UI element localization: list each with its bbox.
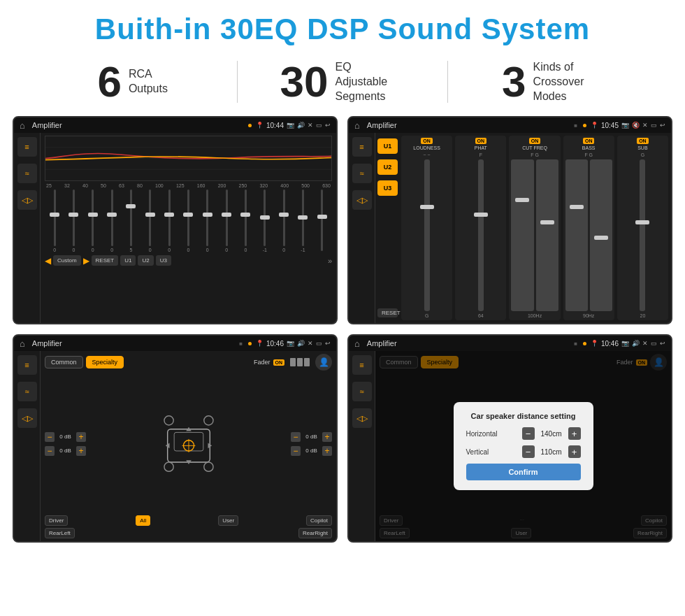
slider-col[interactable]: 0 — [65, 189, 82, 252]
home-icon[interactable]: ⌂ — [20, 120, 25, 131]
eq-sidebar-btn-2[interactable]: ≡ — [352, 137, 372, 157]
phat-slider[interactable] — [478, 159, 484, 311]
screen-ubanks: ⌂ Amplifier ■ 📍 10:45 📷 🔇 ✕ ▭ ↩ ≡ ≈ ◁▷ — [347, 116, 672, 324]
home-icon-2[interactable]: ⌂ — [354, 120, 360, 131]
eq-sidebar-btn-4[interactable]: ≡ — [352, 355, 372, 375]
slider-col[interactable]: 5 — [122, 189, 139, 252]
svg-point-16 — [203, 462, 212, 471]
sub-label: SUB — [637, 145, 647, 150]
slider-col[interactable]: -1 — [294, 189, 311, 252]
db-minus-3[interactable]: − — [291, 432, 301, 442]
driver-btn[interactable]: Driver — [45, 515, 68, 526]
rearleft-btn[interactable]: RearLeft — [45, 528, 75, 538]
cutfreq-slider-f[interactable] — [511, 159, 533, 311]
back-icon[interactable]: ↩ — [325, 122, 331, 129]
rearright-btn[interactable]: RearRight — [298, 528, 332, 538]
avatar-btn[interactable]: 👤 — [315, 354, 332, 371]
slider-col[interactable]: 0 — [103, 189, 120, 252]
bottom-labels: Driver All User Copilot — [45, 515, 332, 526]
vol-sidebar-btn-2[interactable]: ◁▷ — [352, 190, 372, 210]
fader-on-badge: ON — [273, 359, 285, 366]
db-plus-2[interactable]: + — [76, 446, 86, 456]
tab-specialty[interactable]: Specialty — [86, 356, 124, 368]
db-plus-4[interactable]: + — [322, 446, 332, 456]
sub-slider[interactable] — [640, 159, 645, 311]
vertical-minus-btn[interactable]: − — [522, 445, 535, 458]
bass-slider-f[interactable] — [565, 159, 588, 311]
user-btn[interactable]: User — [218, 515, 238, 526]
copilot-btn[interactable]: Copilot — [306, 515, 332, 526]
status-bar-2: ⌂ Amplifier ■ 📍 10:45 📷 🔇 ✕ ▭ ↩ — [349, 117, 671, 133]
db-plus-1[interactable]: + — [76, 432, 86, 442]
slider-col[interactable]: 0 — [46, 189, 63, 252]
close-icon-4[interactable]: ✕ — [642, 340, 648, 347]
camera-icon-3: 📷 — [287, 340, 294, 347]
u-buttons: U1 U2 U3 RESET — [375, 133, 400, 323]
slider-col[interactable]: 0 — [199, 189, 216, 252]
slider-col[interactable]: 0 — [218, 189, 235, 252]
u2-btn[interactable]: U2 — [377, 159, 398, 175]
slider-col[interactable]: 0 — [142, 189, 159, 252]
eq-next-btn[interactable]: ▶ — [83, 256, 89, 266]
horizontal-label: Horizontal — [466, 430, 498, 438]
eq-u3-btn[interactable]: U3 — [156, 255, 171, 266]
eq-sidebar-btn-3[interactable]: ≡ — [17, 355, 37, 375]
db-row-2: − 0 dB + — [45, 446, 86, 456]
vol-sidebar-btn[interactable]: ◁▷ — [17, 190, 37, 210]
slider-col[interactable]: 0 — [85, 189, 101, 252]
db-minus-1[interactable]: − — [45, 432, 55, 442]
home-icon-4[interactable]: ⌂ — [354, 338, 360, 349]
u1-btn[interactable]: U1 — [377, 138, 398, 154]
vol-sidebar-btn-4[interactable]: ◁▷ — [352, 408, 372, 428]
horizontal-plus-btn[interactable]: + — [568, 427, 581, 440]
confirm-button[interactable]: Confirm — [466, 464, 581, 480]
back-icon-4[interactable]: ↩ — [660, 340, 665, 347]
db-minus-4[interactable]: − — [291, 446, 301, 456]
vol-sidebar-btn-3[interactable]: ◁▷ — [17, 408, 37, 428]
horizontal-minus-btn[interactable]: − — [522, 427, 535, 440]
tab-common[interactable]: Common — [45, 356, 83, 368]
stat-label-rca: RCA Outputs — [129, 67, 168, 96]
close-icon[interactable]: ✕ — [308, 122, 313, 129]
slider-col[interactable] — [314, 189, 331, 252]
eq-sidebar-btn[interactable]: ≡ — [17, 137, 37, 157]
slider-col[interactable]: 0 — [237, 189, 254, 252]
wave-sidebar-btn-3[interactable]: ≈ — [17, 382, 37, 401]
eq-graph — [45, 136, 332, 181]
eq-u1-btn[interactable]: U1 — [120, 255, 136, 266]
eq-more[interactable]: » — [328, 257, 332, 265]
status-icons-2: 📍 10:45 📷 🔇 ✕ ▭ ↩ — [591, 122, 665, 129]
camera-icon: 📷 — [287, 122, 294, 129]
wave-sidebar-btn[interactable]: ≈ — [17, 164, 37, 183]
u-reset-btn[interactable]: RESET — [377, 308, 398, 317]
eq-u2-btn[interactable]: U2 — [138, 255, 153, 266]
slider-col[interactable]: 0 — [161, 189, 178, 252]
eq-custom-btn[interactable]: Custom — [53, 255, 81, 266]
bass-slider-g[interactable] — [590, 159, 612, 311]
stat-label-eq: EQ Adjustable Segments — [335, 60, 405, 103]
wave-sidebar-btn-4[interactable]: ≈ — [352, 382, 372, 401]
back-icon-3[interactable]: ↩ — [325, 340, 331, 347]
close-icon-3[interactable]: ✕ — [308, 340, 313, 347]
status-dot-4 — [583, 342, 586, 345]
u3-btn[interactable]: U3 — [377, 180, 398, 196]
home-icon-3[interactable]: ⌂ — [20, 338, 25, 349]
slider-col[interactable]: 0 — [180, 189, 196, 252]
db-plus-3[interactable]: + — [322, 432, 332, 442]
eq-prev-btn[interactable]: ◀ — [45, 256, 51, 266]
eq-reset-btn[interactable]: RESET — [92, 255, 119, 266]
db-minus-2[interactable]: − — [45, 446, 55, 456]
cutfreq-slider-g[interactable] — [536, 159, 558, 311]
wave-sidebar-btn-2[interactable]: ≈ — [352, 164, 372, 183]
slider-col[interactable]: -1 — [257, 189, 273, 252]
camera-icon-4: 📷 — [621, 340, 629, 347]
back-icon-2[interactable]: ↩ — [660, 122, 665, 129]
slider-col[interactable]: 0 — [275, 189, 292, 252]
vertical-plus-btn[interactable]: + — [568, 445, 581, 458]
location-icon: 📍 — [256, 122, 264, 129]
status-dot-2 — [583, 124, 586, 127]
close-icon-2[interactable]: ✕ — [642, 122, 648, 129]
loudness-slider[interactable] — [424, 159, 430, 311]
status-bar-1: ⌂ Amplifier 📍 10:44 📷 🔊 ✕ ▭ ↩ — [14, 117, 336, 133]
all-btn[interactable]: All — [136, 515, 150, 526]
